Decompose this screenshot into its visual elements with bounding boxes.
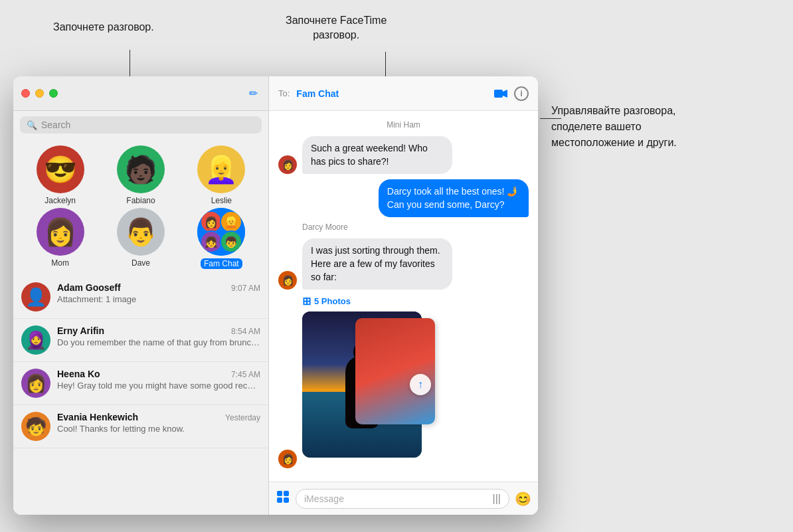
avatar-dave: 👨 — [117, 208, 165, 256]
photo-container: ↑ — [302, 311, 422, 458]
svg-rect-0 — [494, 90, 503, 98]
conv-content-evania: Evania Henkewich Yesterday Cool! Thanks … — [57, 412, 260, 434]
pinned-row-1: 😎 Jackelyn 🧑🏿 Fabiano 👱‍♀️ Leslie — [13, 145, 268, 205]
conversation-heena[interactable]: 👩 Heena Ko 7:45 AM Hey! Gray told me you… — [13, 362, 268, 405]
avatar-darcy: 👩 — [278, 271, 297, 290]
conv-content-erny: Erny Arifin 8:54 AM Do you remember the … — [57, 325, 260, 347]
conv-header-heena: Heena Ko 7:45 AM — [57, 369, 260, 379]
bubble-miniham: Such a great weekend! Who has pics to sh… — [302, 136, 452, 174]
avatar-evania: 🧒 — [21, 412, 50, 441]
conversation-adam[interactable]: 👤 Adam Gooseff 9:07 AM Attachment: 1 ima… — [13, 276, 268, 319]
title-bar: ✏ — [13, 76, 268, 111]
annotation-arrow-right — [540, 118, 561, 119]
apps-button[interactable] — [276, 489, 290, 507]
avatar-heena: 👩 — [21, 369, 50, 398]
bubble-darcy: I was just sorting through them. Here ar… — [302, 238, 452, 290]
conversation-erny[interactable]: 🧕 Erny Arifin 8:54 AM Do you remember th… — [13, 319, 268, 362]
avatar-darcy-bottom: 👩 — [278, 450, 297, 468]
conv-time-heena: 7:45 AM — [231, 370, 260, 379]
avatar-mom: 👩 — [37, 208, 84, 256]
bubble-outgoing: Darcy took all the best ones! 🤳 Can you … — [379, 179, 529, 217]
conv-name-erny: Erny Arifin — [57, 325, 104, 336]
input-bar: iMessage ||| 😊 — [269, 482, 538, 515]
sender-label-darcy: Darcy Moore — [302, 222, 529, 232]
search-inner: 🔍 Search — [20, 116, 262, 133]
annotation-arrow-left — [130, 50, 130, 76]
contact-name-jackelyn: Jackelyn — [44, 196, 76, 205]
pinned-contact-leslie[interactable]: 👱‍♀️ Leslie — [188, 145, 254, 205]
second-photo — [355, 318, 435, 424]
conv-content-adam: Adam Gooseff 9:07 AM Attachment: 1 image — [57, 282, 260, 304]
message-darcy: 👩 I was just sorting through them. Here … — [278, 238, 529, 290]
message-miniham: 👩 Such a great weekend! Who has pics to … — [278, 136, 529, 174]
avatar-miniham: 👩 — [278, 155, 297, 174]
pinned-contact-jackelyn[interactable]: 😎 Jackelyn — [27, 145, 94, 205]
app-window: ✏ 🔍 Search 😎 Jackelyn — [13, 76, 538, 515]
conv-preview-evania: Cool! Thanks for letting me know. — [57, 424, 260, 434]
conv-header-adam: Adam Gooseff 9:07 AM — [57, 282, 260, 293]
chat-contact-name: Fam Chat — [296, 88, 487, 99]
annotation-manage-conversation: Управлявайте разговора, споделете вашето… — [551, 103, 677, 151]
chat-to-label: To: — [278, 88, 290, 98]
photos-label: ⊞ 5 Photos — [302, 295, 529, 308]
svg-rect-3 — [284, 491, 289, 496]
conv-name-adam: Adam Gooseff — [57, 282, 121, 293]
share-button[interactable]: ↑ — [410, 374, 431, 395]
avatar-leslie: 👱‍♀️ — [197, 145, 245, 193]
contact-name-fabiano: Fabiano — [126, 196, 155, 205]
conv-time-erny: 8:54 AM — [231, 327, 260, 336]
photos-section: ⊞ 5 Photos — [302, 295, 529, 458]
info-button[interactable]: i — [514, 86, 529, 101]
conv-header-evania: Evania Henkewich Yesterday — [57, 412, 260, 422]
annotation-arrow-facetime — [385, 52, 386, 78]
contact-name-famchat: Fam Chat — [201, 258, 242, 269]
pinned-contact-mom[interactable]: 👩 Mom — [27, 208, 94, 269]
annotation-facetime: Започнете FaceTime разговор. — [286, 13, 387, 43]
emoji-button[interactable]: 😊 — [515, 491, 531, 507]
svg-rect-4 — [277, 497, 282, 503]
conv-time-adam: 9:07 AM — [231, 284, 260, 293]
svg-rect-2 — [277, 491, 282, 496]
conv-preview-adam: Attachment: 1 image — [57, 294, 260, 304]
search-bar: 🔍 Search — [13, 111, 268, 139]
minimize-button[interactable] — [35, 89, 44, 98]
maximize-button[interactable] — [49, 89, 58, 98]
pinned-contact-dave[interactable]: 👨 Dave — [108, 208, 174, 269]
conv-content-heena: Heena Ko 7:45 AM Hey! Gray told me you m… — [57, 369, 260, 391]
contact-name-dave: Dave — [132, 258, 150, 268]
conv-preview-erny: Do you remember the name of that guy fro… — [57, 337, 260, 347]
contact-name-mom: Mom — [51, 258, 69, 268]
search-input[interactable]: Search — [41, 120, 70, 130]
sidebar: ✏ 🔍 Search 😎 Jackelyn — [13, 76, 269, 515]
conversation-list: 👤 Adam Gooseff 9:07 AM Attachment: 1 ima… — [13, 276, 268, 515]
avatar-adam: 👤 — [21, 282, 50, 311]
pinned-contact-fabiano[interactable]: 🧑🏿 Fabiano — [108, 145, 174, 205]
close-button[interactable] — [21, 89, 30, 98]
conv-name-heena: Heena Ko — [57, 369, 100, 379]
conv-header-erny: Erny Arifin 8:54 AM — [57, 325, 260, 336]
facetime-button[interactable] — [494, 88, 507, 99]
message-input[interactable]: iMessage ||| — [296, 489, 509, 509]
pinned-section: 😎 Jackelyn 🧑🏿 Fabiano 👱‍♀️ Leslie — [13, 139, 268, 276]
svg-marker-1 — [503, 90, 507, 98]
traffic-lights — [21, 89, 58, 98]
avatar-fabiano: 🧑🏿 — [117, 145, 165, 193]
avatar-jackelyn: 😎 — [37, 145, 84, 193]
conv-time-evania: Yesterday — [225, 413, 260, 422]
conv-preview-heena: Hey! Gray told me you might have some go… — [57, 381, 260, 391]
annotation-start-conversation: Започнете разговор. — [53, 20, 154, 35]
pinned-contact-famchat[interactable]: 👩 👱 👧 👦 Fam Chat — [188, 208, 254, 269]
chat-area: To: Fam Chat i Mini Ham 👩 Such a great w… — [269, 76, 538, 515]
contact-name-leslie: Leslie — [211, 196, 232, 205]
message-outgoing: Darcy took all the best ones! 🤳 Can you … — [278, 179, 529, 217]
sender-label-miniham: Mini Ham — [278, 120, 529, 130]
pinned-row-2: 👩 Mom 👨 Dave 👩 — [13, 208, 268, 269]
conversation-evania[interactable]: 🧒 Evania Henkewich Yesterday Cool! Thank… — [13, 405, 268, 448]
messages-area[interactable]: Mini Ham 👩 Such a great weekend! Who has… — [269, 111, 538, 482]
chat-header: To: Fam Chat i — [269, 76, 538, 111]
compose-button[interactable]: ✏ — [246, 86, 260, 101]
svg-rect-5 — [284, 497, 289, 503]
conv-name-evania: Evania Henkewich — [57, 412, 138, 422]
avatar-erny: 🧕 — [21, 325, 50, 355]
avatar-famchat: 👩 👱 👧 👦 — [197, 208, 245, 256]
